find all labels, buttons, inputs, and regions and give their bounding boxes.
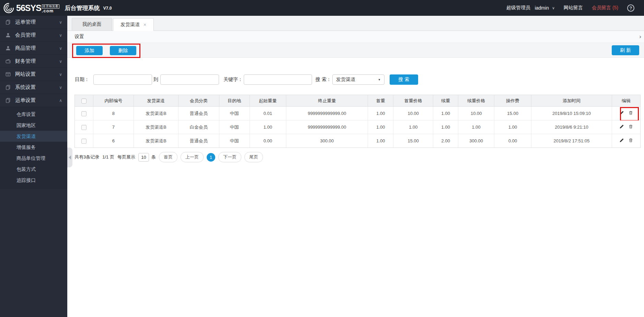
prev-page-button[interactable]: 上一页	[181, 152, 204, 162]
sidebar: 运单管理 ∨ 会员管理 ∨ 商品管理 ∨ 财务管理 ∨ 网站设置 ∨ 系统设置 …	[0, 16, 67, 317]
table-row: 8 发货渠道B 普通会员 中国 0.01 9999999999999.00 1.…	[75, 107, 641, 120]
sidebar-item-label: 运单设置	[15, 97, 59, 104]
search-button[interactable]: 搜 索	[390, 74, 418, 85]
submenu-item-value-added[interactable]: 增值服务	[0, 142, 67, 153]
tab-shipping-channel[interactable]: 发货渠道 ×	[113, 18, 154, 31]
col-channel: 发货渠道	[134, 95, 178, 107]
browser-icon	[5, 72, 11, 77]
user-role: 超级管理员	[506, 5, 530, 11]
cell-next-price: 1.00	[458, 120, 494, 134]
brand-tagline: 全景物流通	[42, 4, 59, 9]
cell-internal-id: 6	[93, 134, 134, 148]
submenu-item-product-unit[interactable]: 商品单位管理	[0, 153, 67, 164]
keyword-input[interactable]	[244, 74, 312, 85]
sidebar-item-waybill-mgmt[interactable]: 运单管理 ∨	[0, 16, 67, 29]
cell-member-class: 普通会员	[178, 134, 219, 148]
date-from-input[interactable]	[93, 74, 152, 85]
sidebar-item-label: 财务管理	[15, 58, 59, 64]
main-content: 我的桌面 发货渠道 × 设置 › 添加 删除 刷 新 日期： 到 关键字： 搜 …	[67, 16, 644, 317]
cell-internal-id: 8	[93, 107, 134, 120]
edit-pencil-icon[interactable]	[619, 138, 624, 143]
sidebar-collapse-handle[interactable]	[67, 148, 72, 167]
col-edit: 编辑	[612, 95, 640, 107]
help-icon[interactable]: ?	[627, 4, 634, 12]
keyword-label: 关键字：	[223, 77, 243, 83]
sidebar-item-member-mgmt[interactable]: 会员管理 ∨	[0, 29, 67, 42]
last-page-button[interactable]: 尾页	[244, 152, 263, 162]
refresh-button[interactable]: 刷 新	[612, 45, 639, 55]
channels-table: 内部编号 发货渠道 会员分类 目的地 起始重量 终止重量 首重 首重价格 续重 …	[74, 95, 641, 148]
delete-trash-icon[interactable]	[629, 110, 633, 115]
row-checkbox[interactable]	[81, 139, 87, 144]
to-label: 到	[153, 77, 158, 83]
tab-label: 发货渠道	[120, 22, 140, 28]
cell-first-price: 1.00	[393, 120, 433, 134]
document-icon	[5, 85, 11, 90]
sidebar-item-label: 运单管理	[15, 19, 59, 25]
submenu-item-shipping-channel[interactable]: 发货渠道	[0, 131, 67, 142]
per-page-input[interactable]: 10	[138, 153, 149, 162]
site-messages-link[interactable]: 网站留言	[564, 5, 583, 11]
col-first-weight: 首重	[368, 95, 393, 107]
search-type-select[interactable]: 发货渠道 ▼	[332, 74, 384, 85]
chevron-down-icon: ∨	[59, 59, 62, 64]
first-page-button[interactable]: 首页	[159, 152, 177, 162]
row-checkbox[interactable]	[81, 111, 87, 116]
edit-pencil-icon[interactable]	[619, 124, 624, 129]
date-to-input[interactable]	[160, 74, 219, 85]
next-page-button[interactable]: 下一页	[218, 152, 241, 162]
row-checkbox[interactable]	[81, 125, 87, 130]
chevron-right-icon[interactable]: ›	[639, 33, 641, 40]
cell-first-weight: 1.00	[368, 107, 393, 120]
tab-my-desktop[interactable]: 我的桌面	[72, 18, 112, 31]
col-end-weight: 终止重量	[286, 95, 368, 107]
toolbar: 添加 删除 刷 新	[67, 43, 644, 58]
cell-handling-fee: 15.00	[494, 107, 531, 120]
col-destination: 目的地	[219, 95, 250, 107]
delete-button[interactable]: 删除	[110, 46, 136, 55]
select-all-header	[75, 95, 93, 107]
user-menu[interactable]: 超级管理员 iadmin ∨	[506, 5, 555, 11]
sidebar-item-label: 网站设置	[15, 71, 59, 78]
wallet-icon	[5, 59, 11, 64]
user-icon	[5, 33, 11, 38]
sidebar-item-site-settings[interactable]: 网站设置 ∨	[0, 68, 67, 81]
add-button[interactable]: 添加	[76, 46, 103, 55]
submenu-item-tracking-api[interactable]: 追踪接口	[0, 175, 67, 186]
submenu-item-country[interactable]: 国家地区	[0, 120, 67, 131]
submenu-item-packaging[interactable]: 包装方式	[0, 164, 67, 175]
submenu-item-warehouse[interactable]: 仓库设置	[0, 109, 67, 120]
search-type-value: 发货渠道	[336, 77, 355, 83]
member-messages-link[interactable]: 会员留言 (5)	[592, 5, 618, 11]
sidebar-item-finance-mgmt[interactable]: 财务管理 ∨	[0, 55, 67, 68]
col-member-class: 会员分类	[178, 95, 219, 107]
cell-internal-id: 7	[93, 120, 134, 134]
cell-channel: 发货渠道B	[134, 120, 178, 134]
chevron-down-icon: ∨	[552, 6, 555, 10]
user-icon	[5, 46, 11, 51]
record-summary: 共有3条记录	[74, 154, 99, 160]
document-icon	[5, 98, 11, 103]
sidebar-submenu: 仓库设置 国家地区 发货渠道 增值服务 商品单位管理 包装方式 追踪接口	[0, 107, 67, 189]
col-next-weight: 续重	[433, 95, 458, 107]
select-all-checkbox[interactable]	[81, 98, 87, 104]
chevron-down-icon: ∨	[59, 33, 62, 38]
user-name: iadmin	[535, 5, 549, 11]
col-handling-fee: 操作费	[494, 95, 531, 107]
per-page-label: 每页展示	[117, 154, 135, 160]
brand-tld: .com	[42, 9, 59, 13]
tab-bar: 我的桌面 发货渠道 ×	[67, 16, 644, 31]
sidebar-item-system-settings[interactable]: 系统设置 ∨	[0, 81, 67, 94]
close-icon[interactable]: ×	[143, 22, 146, 27]
delete-trash-icon[interactable]	[629, 138, 633, 143]
col-first-price: 首重价格	[393, 95, 433, 107]
current-page-button[interactable]: 1	[207, 153, 215, 162]
cell-start-weight: 1.00	[250, 120, 286, 134]
sidebar-item-waybill-settings[interactable]: 运单设置 ∧	[0, 94, 67, 107]
cell-member-class: 普通会员	[178, 107, 219, 120]
cell-handling-fee: 0.00	[494, 134, 531, 148]
top-header: 56SYS 全景物流通 .com 后台管理系统 V7.0 超级管理员 iadmi…	[0, 0, 644, 16]
delete-trash-icon[interactable]	[629, 124, 633, 129]
edit-pencil-icon[interactable]	[619, 110, 624, 115]
sidebar-item-product-mgmt[interactable]: 商品管理 ∨	[0, 42, 67, 55]
